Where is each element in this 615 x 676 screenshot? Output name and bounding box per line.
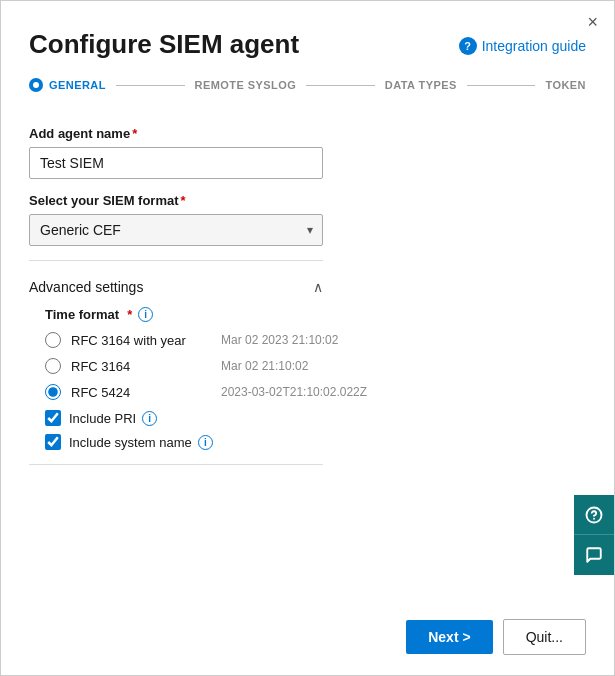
agent-name-required: * (132, 126, 137, 141)
modal-title: Configure SIEM agent (29, 29, 299, 60)
divider-2 (29, 464, 323, 465)
modal-body: Add agent name* Select your SIEM format*… (1, 102, 614, 605)
step-token-label: TOKEN (545, 79, 586, 91)
step-line-1 (116, 85, 185, 86)
siem-format-label: Select your SIEM format* (29, 193, 586, 208)
include-system-name-label: Include system name i (69, 435, 213, 450)
quit-button[interactable]: Quit... (503, 619, 586, 655)
step-line-3 (467, 85, 536, 86)
step-general-dot (29, 78, 43, 92)
siem-format-wrapper: Generic CEF Splunk QRadar ▾ (29, 214, 323, 246)
agent-name-label: Add agent name* (29, 126, 586, 141)
radio-row-rfc5424: RFC 5424 2023-03-02T21:10:02.022Z (45, 384, 586, 400)
radio-label-rfc3164: RFC 3164 (71, 359, 211, 374)
stepper: GENERAL REMOTE SYSLOG DATA TYPES TOKEN (1, 60, 614, 102)
advanced-settings-label: Advanced settings (29, 279, 143, 295)
radio-example-rfc3164: Mar 02 21:10:02 (221, 359, 308, 373)
fab-question[interactable] (574, 495, 614, 535)
step-general: GENERAL (29, 78, 106, 92)
close-button[interactable]: × (587, 13, 598, 31)
radio-rfc5424[interactable] (45, 384, 61, 400)
radio-example-rfc3164year: Mar 02 2023 21:10:02 (221, 333, 338, 347)
radio-rfc3164[interactable] (45, 358, 61, 374)
help-icon: ? (459, 37, 477, 55)
radio-label-rfc5424: RFC 5424 (71, 385, 211, 400)
chevron-up-icon: ∧ (313, 279, 323, 295)
step-token: TOKEN (545, 79, 586, 91)
include-system-name-info-icon[interactable]: i (198, 435, 213, 450)
modal-footer: Next > Quit... (1, 605, 614, 675)
siem-format-select[interactable]: Generic CEF Splunk QRadar (29, 214, 323, 246)
radio-label-rfc3164year: RFC 3164 with year (71, 333, 211, 348)
include-pri-info-icon[interactable]: i (142, 411, 157, 426)
time-format-section: Time format * i RFC 3164 with year Mar 0… (45, 307, 586, 450)
include-system-name-checkbox[interactable] (45, 434, 61, 450)
step-data-types: DATA TYPES (385, 79, 457, 91)
side-fab-container (574, 495, 614, 575)
integration-guide-link[interactable]: ? Integration guide (459, 37, 586, 55)
time-format-info-icon[interactable]: i (138, 307, 153, 322)
step-remote-syslog-label: REMOTE SYSLOG (195, 79, 297, 91)
advanced-settings-toggle[interactable]: Advanced settings ∧ (29, 275, 323, 299)
step-remote-syslog: REMOTE SYSLOG (195, 79, 297, 91)
include-system-name-row: Include system name i (45, 434, 586, 450)
agent-name-input[interactable] (29, 147, 323, 179)
radio-row-rfc3164: RFC 3164 Mar 02 21:10:02 (45, 358, 586, 374)
time-format-required: * (127, 307, 132, 322)
include-pri-label: Include PRI i (69, 411, 157, 426)
configure-siem-modal: × Configure SIEM agent ? Integration gui… (0, 0, 615, 676)
next-button[interactable]: Next > (406, 620, 492, 654)
step-data-types-label: DATA TYPES (385, 79, 457, 91)
include-pri-row: Include PRI i (45, 410, 586, 426)
step-general-label: GENERAL (49, 79, 106, 91)
modal-header: Configure SIEM agent ? Integration guide (1, 1, 614, 60)
include-pri-checkbox[interactable] (45, 410, 61, 426)
radio-example-rfc5424: 2023-03-02T21:10:02.022Z (221, 385, 367, 399)
divider-1 (29, 260, 323, 261)
radio-rfc3164year[interactable] (45, 332, 61, 348)
radio-row-rfc3164year: RFC 3164 with year Mar 02 2023 21:10:02 (45, 332, 586, 348)
time-format-label: Time format * i (45, 307, 586, 322)
fab-chat[interactable] (574, 535, 614, 575)
siem-format-required: * (181, 193, 186, 208)
step-line-2 (306, 85, 375, 86)
integration-guide-label: Integration guide (482, 38, 586, 54)
